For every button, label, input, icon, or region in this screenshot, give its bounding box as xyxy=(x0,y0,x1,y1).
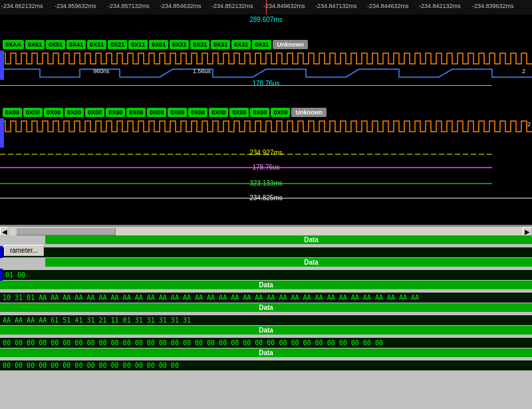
hex2-pill-10: 0X00 xyxy=(209,108,228,117)
hex2-pill-1: 0X00 xyxy=(23,108,43,117)
row1-values: 00 00 xyxy=(3,247,532,257)
meas-234-825: 234.825ms xyxy=(0,194,532,202)
hex-pill-8: 0X31 xyxy=(170,40,189,49)
data-row-3-header: Data xyxy=(0,281,532,291)
timeline-marker-9: -234.839632ms xyxy=(472,3,514,9)
channel1-unknown: Unknown xyxy=(273,40,308,49)
data-row-1-values: 00 00 xyxy=(0,246,532,258)
data-header-6: Data xyxy=(0,348,532,357)
hex-pill-9: 0X31 xyxy=(190,40,209,49)
hex2-pill-9: 0X00 xyxy=(188,108,207,117)
row2-values: 01 00 xyxy=(3,270,532,280)
bottom-panel: rameter... Data 00 00 Data 01 00 Data 10… xyxy=(0,235,532,409)
data-row-4-header: Data xyxy=(0,303,532,314)
hex-pill-1: 0X61 xyxy=(25,40,45,49)
scroll-left-btn[interactable]: ◀ xyxy=(0,227,9,236)
data-row-5-values: 00 00 00 00 00 00 00 00 00 00 00 00 00 0… xyxy=(0,337,532,348)
hex-pill-2: 0X51 xyxy=(46,40,65,49)
hex-pill-11: 0X31 xyxy=(231,40,251,49)
timeline-marker-0: -234.862132ms xyxy=(1,3,43,9)
center-time-label: 289.607ms xyxy=(0,16,532,23)
timeline-ruler: -234.862132ms -234.859632ms -234.857132m… xyxy=(0,0,532,15)
channel1-right-value: 2 xyxy=(522,68,525,74)
timing-label-1: 960ns xyxy=(93,68,110,74)
channel1-hex-row: 0XAA 0X61 0X51 0X41 0X31 0X21 0X11 0X01 … xyxy=(0,39,532,51)
data-row-2-values: 01 00 xyxy=(0,269,532,281)
row6-values: 00 00 00 00 00 00 00 00 00 00 00 00 00 0… xyxy=(0,360,532,370)
data-row-2-header: Data xyxy=(45,258,532,269)
timeline-marker-7: -234.844632ms xyxy=(367,3,409,9)
data-header-3: Data xyxy=(0,281,532,289)
hex2-pill-8: 0X00 xyxy=(168,108,187,117)
channel1-timing-row: 960ns 1.56us 2 xyxy=(0,67,532,80)
hex-pill-4: 0X31 xyxy=(87,40,106,49)
ch2-right: 2 xyxy=(527,121,531,128)
hex2-pill-7: 0X00 xyxy=(147,108,166,117)
scrollbar-thumb[interactable] xyxy=(16,227,116,235)
hex2-pill-6: 0X00 xyxy=(126,108,146,117)
row5-values: 00 00 00 00 00 00 00 00 00 00 00 00 00 0… xyxy=(0,338,532,348)
timeline-marker-5: -234.849632ms xyxy=(263,3,305,9)
meas-178-76-2: 178.76us xyxy=(0,164,532,171)
ch1-indicator xyxy=(0,51,4,80)
scroll-right-btn[interactable]: ▶ xyxy=(523,227,532,236)
data-row-4-values: AA AA AA AA 61 51 41 31 21 11 01 31 31 3… xyxy=(0,314,532,326)
measurements-area: 234.927ms 178.76us 323.133ms 234.825ms xyxy=(0,146,532,213)
data-header-1: Data xyxy=(45,235,532,244)
data-row-6-values: 00 00 00 00 00 00 00 00 00 00 00 00 00 0… xyxy=(0,359,532,371)
hex-pill-10: 0X31 xyxy=(211,40,230,49)
hex2-pill-12: 0X00 xyxy=(250,108,269,117)
hex2-pill-3: 0X00 xyxy=(65,108,84,117)
data-header-4: Data xyxy=(0,303,532,312)
data-header-2: Data xyxy=(45,258,532,267)
timeline-marker-8: -234.842132ms xyxy=(419,3,461,9)
horizontal-scrollbar[interactable]: ◀ ▶ xyxy=(0,226,532,235)
row4-values: AA AA AA AA 61 51 41 31 21 11 01 31 31 3… xyxy=(0,315,532,325)
timeline-marker-1: -234.859632ms xyxy=(55,3,96,9)
hex2-pill-13: 0X00 xyxy=(271,108,290,117)
hex-pill-3: 0X41 xyxy=(66,40,86,49)
channel1-waveform xyxy=(0,51,532,65)
hex2-pill-11: 0X00 xyxy=(229,108,249,117)
meas-178us: 178.76us xyxy=(0,80,532,90)
params-button[interactable]: rameter... xyxy=(4,245,44,256)
hex2-pill-5: 0X00 xyxy=(106,108,125,117)
channel2-hex-row: 0X00 0X00 0X00 0X00 0X00 0X00 0X00 0X00 … xyxy=(0,106,532,118)
channel2-waveform: 2 xyxy=(0,118,532,133)
hex-pill-5: 0X21 xyxy=(108,40,127,49)
meas-234-927: 234.927ms xyxy=(0,149,532,156)
oscilloscope-panel: -234.862132ms -234.859632ms -234.857132m… xyxy=(0,0,532,226)
hex2-pill-4: 0X00 xyxy=(85,108,104,117)
hex-pill-6: 0X11 xyxy=(128,40,148,49)
timeline-marker-4: -234.852132ms xyxy=(211,3,253,9)
timeline-marker-2: -234.857132ms xyxy=(108,3,150,9)
hex-pill-0: 0XAA xyxy=(3,40,24,49)
data-row-6-header: Data xyxy=(0,348,532,359)
channel2-unknown: Unknown xyxy=(291,108,327,117)
timeline-marker-3: -234.854632ms xyxy=(160,3,201,9)
hex-pill-7: 0X01 xyxy=(149,40,168,49)
timing-label-2: 1.56us xyxy=(193,68,211,74)
hex2-pill-2: 0X00 xyxy=(44,108,63,117)
meas-323-133: 323.133ms xyxy=(0,180,532,187)
data-row-3-values: 10 31 01 AA AA AA AA AA AA AA AA AA AA A… xyxy=(0,291,532,303)
ch2-indicator xyxy=(0,118,4,148)
row3-values: 10 31 01 AA AA AA AA AA AA AA AA AA AA A… xyxy=(0,293,532,303)
timeline-marker-6: -234.847132ms xyxy=(315,3,357,9)
data-header-5: Data xyxy=(0,326,532,335)
hex-pill-12: 0X31 xyxy=(252,40,271,49)
data-row-5-header: Data xyxy=(0,326,532,337)
hex2-pill-0: 0X00 xyxy=(3,108,22,117)
data-row-1-header: Data xyxy=(45,235,532,246)
scrollbar-track xyxy=(9,227,523,236)
